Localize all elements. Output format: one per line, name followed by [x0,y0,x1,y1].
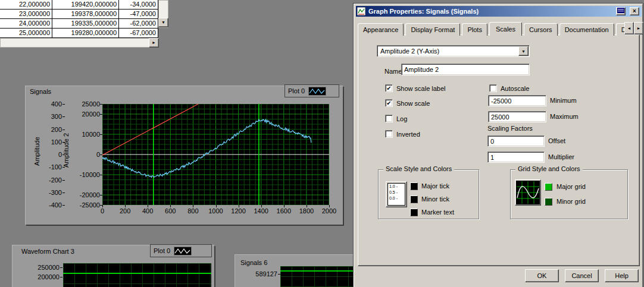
dialog-titlebar[interactable]: Graph Properties: Signals (Signals) × [356,6,642,17]
show-scale-checkbox[interactable]: ✔ Show scale [385,99,430,107]
close-icon: × [633,8,636,14]
titlebar-aux-button[interactable] [616,7,626,15]
axis-selector-value: Amplitude 2 (Y-Axis) [380,48,439,55]
tab-scroll-left-button[interactable]: ◄ [624,22,634,34]
table-row: 22,000000199420,000000-34,0000 [0,0,158,10]
y-axis-tick [62,180,65,181]
table-horizontal-scrollbar[interactable] [0,38,159,48]
data-table[interactable]: 22,000000199420,000000-34,000023,0000001… [0,0,158,38]
y-axis-tick-label: 0 [74,151,100,158]
table-cell[interactable]: 199280,000000 [52,29,119,38]
y-axis-tick [100,195,102,195]
legend-label: Plot 0 [288,87,305,94]
table-cell[interactable]: -67,0000 [119,29,158,38]
waveform-chart3-plot-area[interactable] [63,263,211,287]
major-grid-color-swatch[interactable] [545,183,552,191]
grid-style-selector[interactable] [515,179,541,206]
table-cell[interactable]: -34,0000 [119,0,158,10]
x-axis-tick-label: 0 [90,207,114,215]
offset-field[interactable] [487,135,545,147]
minor-grid-color-swatch[interactable] [545,198,552,206]
y-axis-tick-label: 10000 [74,131,100,138]
autoscale-checkbox[interactable]: Autoscale [489,84,529,92]
tab-data[interactable]: Data [616,23,625,36]
multiplier-field[interactable] [487,152,545,163]
checkbox-label: Show scale label [396,85,446,92]
grid-style-group-title: Grid Style and Colors [515,165,583,172]
checkbox-box [385,130,393,138]
x-axis-tick-label: 1200 [227,207,251,215]
axis-selector-dropdown[interactable]: Amplitude 2 (Y-Axis) ▼ [377,45,530,57]
table-scroll-right-button[interactable]: ► [149,38,159,48]
checkbox-label: Autoscale [501,85,529,92]
table-cell[interactable]: 199335,000000 [52,19,119,29]
help-button[interactable]: Help [605,269,639,282]
minor-tick-color-swatch[interactable] [410,195,418,203]
table-cell[interactable]: 23,000000 [0,10,52,19]
ok-button[interactable]: OK [525,269,559,282]
y-axis-tick-label: -300 [42,189,62,196]
scales-tab-panel: Amplitude 2 (Y-Axis) ▼ Name ✔ Show scale… [358,34,640,266]
table-cell[interactable]: 22,000000 [0,0,52,10]
scale-preview-row: 0.0 [388,195,405,201]
checkbox-box: ✔ [385,84,393,92]
tab-scales[interactable]: Scales [489,22,522,36]
x-axis-tick [261,205,262,207]
signals-plot-legend[interactable]: Plot 0 [285,84,339,97]
tab-scroll-right-button[interactable]: ► [634,22,643,34]
trace-line [63,273,211,274]
x-axis-tick-label: 1800 [295,207,318,215]
tab-appearance[interactable]: Appearance [358,23,404,36]
signals-plot-area[interactable] [102,104,329,205]
major-tick-color-swatch[interactable] [410,182,418,190]
inverted-checkbox[interactable]: Inverted [385,130,420,138]
scroll-down-icon: ▼ [161,20,165,24]
table-cell[interactable]: -62,0000 [119,19,158,29]
x-axis-tick-label: 1000 [204,207,228,215]
close-button[interactable]: × [630,7,639,15]
graph-properties-icon [357,7,365,15]
minor-tick-label: Minor tick [421,195,449,203]
table-cell[interactable]: -47,0000 [119,10,158,19]
show-scale-label-checkbox[interactable]: ✔ Show scale label [385,84,446,92]
scale-style-group-title: Scale Style and Colors [383,165,454,172]
table-cell[interactable]: 199420,000000 [52,0,119,10]
graph-properties-dialog: Graph Properties: Signals (Signals) × Ap… [353,3,643,287]
table-scroll-down-button[interactable]: ▼ [158,18,168,27]
y-axis-tick [100,175,102,175]
chevron-down-icon: ▼ [521,49,526,53]
table-cell[interactable]: 24,000000 [0,19,52,29]
dropdown-button[interactable]: ▼ [518,46,529,56]
signals6-plot-area[interactable] [280,266,353,287]
x-axis-tick-label: 2000 [317,207,341,215]
scale-style-preview: 1.0 0.5 0.0 [387,183,405,206]
tab-plots[interactable]: Plots [462,23,487,36]
grid-style-group: Grid Style and Colors Major grid Minor g… [510,169,628,219]
table-row: 23,000000199378,000000-47,0000 [0,10,158,19]
scale-style-group: Scale Style and Colors 1.0 0.5 0.0 Major… [378,169,479,219]
table-cell[interactable]: 25,000000 [0,29,52,38]
grid-style-preview [517,181,539,204]
name-field[interactable] [401,64,530,75]
waveform-chart3-legend[interactable]: Plot 0 [150,244,212,257]
marker-text-color-swatch[interactable] [410,209,418,216]
tab-cursors[interactable]: Cursors [524,23,558,36]
x-axis-tick [170,205,171,207]
x-axis-tick-label: 800 [181,207,205,215]
x-axis-tick [125,205,126,207]
y-axis-label-amplitude-2: Amplitude 2 [62,133,70,168]
maximum-field[interactable] [488,111,546,122]
table-cell[interactable]: 199378,000000 [52,10,119,19]
cancel-button[interactable]: Cancel [565,269,599,282]
checkbox-label: Log [396,115,407,122]
scale-style-selector[interactable]: 1.0 0.5 0.0 [386,181,407,207]
minimum-field[interactable] [488,95,546,106]
log-checkbox[interactable]: Log [385,115,407,122]
x-axis-tick [102,205,103,207]
major-tick-label: Major tick [421,182,449,190]
tab-scroll-right-icon: ► [637,26,641,30]
tab-documentation[interactable]: Documentation [559,23,614,36]
x-axis-tick [193,205,193,207]
tab-display-format[interactable]: Display Format [405,23,460,36]
table-row: 25,000000199280,000000-67,0000 [0,29,158,38]
